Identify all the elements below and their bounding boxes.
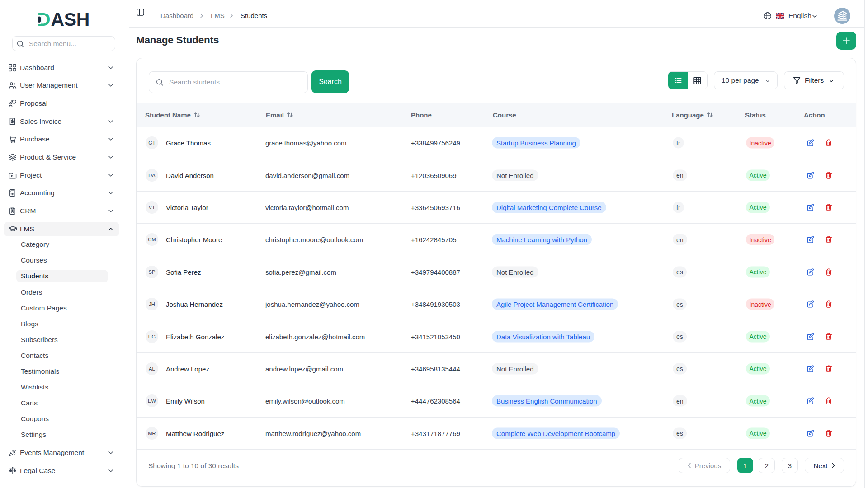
svg-text:ASH: ASH — [51, 9, 90, 28]
